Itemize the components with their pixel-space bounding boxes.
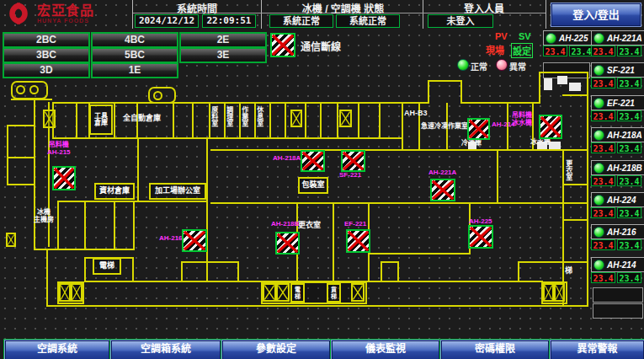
abnormal-label: 異常 (509, 60, 526, 72)
pv-value: 23.4 (591, 46, 615, 56)
floor-button-3E[interactable]: 3E (179, 47, 267, 63)
device-name-label: AH-224 (607, 196, 636, 205)
map-wall (269, 103, 271, 137)
floor-button-2E[interactable]: 2E (179, 32, 267, 48)
sv-value: 23.4 (617, 110, 641, 121)
panel-device-AH-221A[interactable]: AH-221A (591, 30, 644, 46)
map-wall (132, 257, 134, 281)
nav-cell: 空調箱系統 (109, 339, 221, 359)
map-wall (518, 261, 519, 281)
stairs-icon (71, 283, 82, 302)
map-room-label: 調理室 (225, 106, 232, 126)
device-led-icon (593, 98, 604, 109)
map-wall (379, 103, 381, 137)
header-divider (261, 0, 262, 29)
nav-cell: 參數設定 (221, 339, 330, 359)
map-device-label: AH-216 (159, 235, 183, 243)
stairs-icon (290, 110, 302, 127)
nav-button-參數設定[interactable]: 參數設定 (222, 340, 330, 359)
map-wall (587, 72, 588, 307)
map-device-AH-225[interactable] (468, 225, 493, 249)
stairs-icon (543, 283, 554, 302)
device-led-icon (593, 227, 604, 238)
nav-cell: 異常警報 (549, 339, 644, 359)
map-wall (137, 137, 139, 201)
map-wall (173, 103, 174, 137)
floor-button-3D[interactable]: 3D (3, 62, 90, 78)
map-wall (237, 261, 239, 281)
panel-device-AH-216[interactable]: AH-216 (591, 224, 644, 239)
map-wall (84, 201, 86, 249)
ac-status-value: 系統正常 (336, 14, 400, 28)
map-wall (7, 125, 8, 185)
device-led-icon (593, 163, 604, 174)
nav-button-空調系統[interactable]: 空調系統 (5, 340, 109, 359)
floor-button-1E[interactable]: 1E (91, 62, 178, 78)
floor-button-2BC[interactable]: 2BC (3, 32, 90, 48)
panel-device-SF-221[interactable]: SF-221 (591, 62, 644, 78)
login-user-value: 未登入 (428, 14, 493, 28)
map-device-冰水機吊料機[interactable] (539, 115, 562, 139)
map-wall (358, 103, 359, 137)
panel-values-EF-221: 23.423.4 (591, 110, 641, 121)
map-device-EF-221[interactable] (346, 229, 370, 253)
nav-button-異常警報[interactable]: 異常警報 (551, 340, 644, 359)
map-room-label: 全自動倉庫 (123, 115, 161, 123)
chiller-status-value: 系統正常 (269, 14, 333, 28)
brand-name: 宏亞食品 (37, 4, 94, 18)
map-wall (381, 261, 399, 263)
panel-device-AH-214[interactable]: AH-214 (591, 257, 644, 272)
map-room-label: 冰水機 (530, 139, 551, 147)
device-led-icon (593, 195, 604, 206)
nav-button-儀表監視[interactable]: 儀表監視 (332, 340, 439, 359)
sv-value: 23.4 (617, 46, 641, 56)
map-device-AH-218A[interactable] (301, 150, 325, 172)
map-device-AH-221A[interactable] (430, 179, 455, 201)
header-divider (132, 0, 133, 29)
sv-value: 23.4 (617, 78, 641, 88)
nav-button-密碼權限[interactable]: 密碼權限 (441, 340, 549, 359)
floor-button-4BC[interactable]: 4BC (91, 32, 178, 48)
map-wall (402, 102, 403, 151)
map-wall (7, 157, 35, 158)
map-device-SF-221[interactable] (341, 150, 365, 172)
panel-values-AH-218A: 23.423.4 (591, 142, 641, 153)
pv-value: 23.4 (591, 78, 615, 88)
floor-button-3BC[interactable]: 3BC (3, 47, 90, 63)
panel-device-EF-221[interactable]: EF-221 (591, 95, 644, 110)
map-room-label: 更衣室 (298, 222, 321, 230)
restroom-icon (11, 81, 48, 99)
nav-cell: 密碼權限 (439, 339, 549, 359)
map-wall (192, 103, 194, 137)
map-device-label: 吊料機 冰水機 (512, 112, 532, 127)
map-room-label: 原料室 (210, 106, 217, 126)
map-wall (305, 103, 306, 137)
map-wall (333, 202, 334, 281)
nav-button-空調箱系統[interactable]: 空調箱系統 (111, 340, 221, 359)
comm-fail-label: 通信斷線 (301, 39, 341, 53)
map-wall (114, 201, 115, 249)
map-device-label: AH-218B (271, 221, 299, 228)
map-room-label: 休息室 (255, 106, 263, 126)
machine-status-label: 冰機 / 空調機 狀態 (265, 1, 421, 15)
panel-device-AH-224[interactable]: AH-224 (591, 192, 644, 207)
map-wall (497, 149, 498, 204)
panel-device-AH-218A[interactable]: AH-218A (591, 127, 644, 142)
map-device-AH-216[interactable] (182, 229, 207, 252)
login-logout-button[interactable]: 登入/登出 (551, 3, 641, 26)
map-device-AH-218B[interactable] (275, 232, 300, 255)
panel-device-AH-225[interactable]: AH-225 (543, 30, 597, 46)
map-device-label: EF-221 (344, 221, 366, 228)
map-device-AH-215[interactable] (52, 166, 76, 190)
panel-device-AH-218B[interactable]: AH-218B (591, 160, 644, 175)
restroom-fixture-icon (16, 85, 25, 94)
map-wall (133, 201, 135, 250)
map-device-label: AH-218A (273, 155, 301, 163)
header-divider (423, 0, 423, 29)
panel-values-AH-216: 23.423.4 (591, 239, 641, 250)
map-room-label: 冰機 主機房 (34, 209, 54, 224)
device-led-icon (593, 65, 604, 76)
floor-button-5BC[interactable]: 5BC (91, 47, 178, 63)
map-device-AH-214[interactable] (467, 118, 490, 140)
pv-value: 23.4 (591, 175, 615, 186)
